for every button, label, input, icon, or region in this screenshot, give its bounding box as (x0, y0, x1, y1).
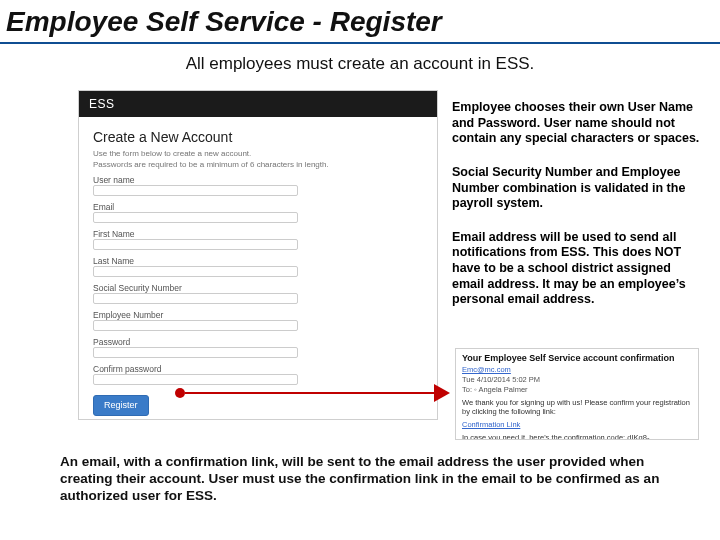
explanatory-notes: Employee chooses their own User Name and… (452, 100, 700, 326)
input-email[interactable] (93, 212, 298, 223)
label-ssn: Social Security Number (93, 283, 423, 293)
note-username-password: Employee chooses their own User Name and… (452, 100, 700, 147)
email-body: We thank you for signing up with us! Ple… (462, 398, 692, 416)
title-bar: Employee Self Service - Register (0, 0, 720, 44)
label-email: Email (93, 202, 423, 212)
label-password: Password (93, 337, 423, 347)
arrow-to-confirmation (175, 387, 450, 399)
register-button[interactable]: Register (93, 395, 149, 416)
label-lastname: Last Name (93, 256, 423, 266)
form-instruction-1: Use the form below to create a new accou… (93, 149, 423, 158)
arrow-start-dot (175, 388, 185, 398)
label-firstname: First Name (93, 229, 423, 239)
confirmation-link[interactable]: Confirmation Link (462, 420, 692, 429)
input-confirm[interactable] (93, 374, 298, 385)
input-empno[interactable] (93, 320, 298, 331)
email-address: Emc@mc.com (462, 365, 692, 374)
label-confirm: Confirm password (93, 364, 423, 374)
confirmation-email-screenshot: Your Employee Self Service account confi… (455, 348, 699, 440)
label-empno: Employee Number (93, 310, 423, 320)
note-email: Email address will be used to send all n… (452, 230, 700, 308)
note-ssn-empno: Social Security Number and Employee Numb… (452, 165, 700, 212)
arrow-head-icon (434, 384, 450, 402)
footer-paragraph: An email, with a confirmation link, will… (60, 454, 670, 505)
form-instruction-2: Passwords are required to be a minimum o… (93, 160, 423, 169)
input-username[interactable] (93, 185, 298, 196)
input-ssn[interactable] (93, 293, 298, 304)
confirmation-code-line: In case you need it, here's the confirma… (462, 433, 692, 440)
email-subject: Your Employee Self Service account confi… (462, 353, 692, 363)
email-date: Tue 4/10/2014 5:02 PM (462, 375, 692, 384)
arrow-line (185, 392, 434, 394)
ess-navbar-brand: ESS (79, 91, 437, 117)
slide-subtitle: All employees must create an account in … (0, 54, 720, 74)
ess-register-screenshot: ESS Create a New Account Use the form be… (78, 90, 438, 420)
input-lastname[interactable] (93, 266, 298, 277)
label-username: User name (93, 175, 423, 185)
form-heading: Create a New Account (93, 129, 423, 145)
slide-title: Employee Self Service - Register (6, 6, 714, 38)
input-firstname[interactable] (93, 239, 298, 250)
email-to: To: ◦ Angela Palmer (462, 385, 692, 394)
input-password[interactable] (93, 347, 298, 358)
